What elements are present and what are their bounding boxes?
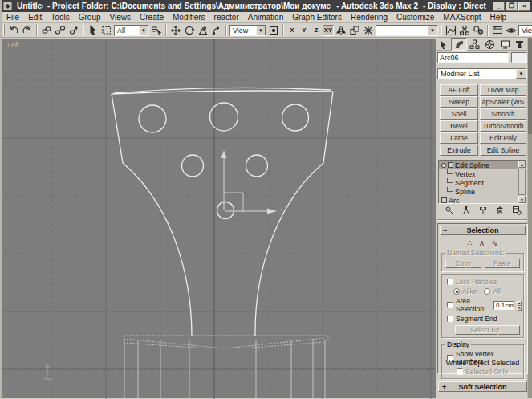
- named-selection-sets-dropdown[interactable]: ▼: [376, 25, 438, 36]
- alike-radio[interactable]: [453, 288, 460, 295]
- rectangular-selection-region-icon[interactable]: [100, 24, 113, 36]
- select-and-link-icon[interactable]: [40, 24, 53, 36]
- use-center-icon[interactable]: [267, 24, 280, 36]
- menu-item-maxscript[interactable]: MAXScript: [443, 13, 481, 22]
- spline-subobject-icon[interactable]: ∿: [491, 238, 497, 247]
- select-and-manipulate-icon[interactable]: [210, 24, 223, 36]
- viewport-left[interactable]: Left: [2, 38, 436, 398]
- collapse-icon[interactable]: −: [443, 226, 447, 234]
- toolbar-grip[interactable]: [3, 25, 5, 36]
- render-quick-icon[interactable]: [505, 24, 518, 36]
- tab-utilities-icon[interactable]: [512, 38, 527, 51]
- select-and-rotate-icon[interactable]: [183, 24, 196, 36]
- stack-scrollbar-thumb[interactable]: [518, 169, 526, 195]
- tab-motion-icon[interactable]: [482, 38, 497, 51]
- modifier-button-lathe[interactable]: Lathe: [440, 132, 478, 144]
- reference-coordinate-system-dropdown[interactable]: View ▼: [229, 25, 266, 36]
- close-button[interactable]: ×: [518, 2, 530, 11]
- tab-create-icon[interactable]: [436, 38, 451, 51]
- area-selection-value[interactable]: 0.1cm: [493, 301, 514, 310]
- render-scene-icon[interactable]: [491, 24, 504, 36]
- select-by-name-icon[interactable]: [150, 24, 163, 36]
- viewport-label[interactable]: Left: [7, 41, 19, 49]
- axis-constraint-y[interactable]: Y: [298, 25, 310, 36]
- modifier-button-smooth[interactable]: Smooth: [480, 108, 526, 120]
- object-color-swatch[interactable]: [511, 52, 527, 63]
- curve-editor-icon[interactable]: [445, 24, 457, 36]
- expand-icon[interactable]: +: [442, 383, 446, 391]
- modifier-button-edit-spline[interactable]: Edit Spline: [480, 145, 526, 156]
- stack-scrollbar[interactable]: ▲ ▼: [518, 161, 526, 203]
- menu-item-graph-editors[interactable]: Graph Editors: [292, 13, 342, 22]
- schematic-view-icon[interactable]: [458, 24, 471, 36]
- axis-constraint-z[interactable]: Z: [311, 25, 322, 36]
- menu-item-file[interactable]: File: [6, 13, 19, 22]
- material-editor-icon[interactable]: [472, 24, 485, 36]
- modifier-button-extrude[interactable]: Extrude: [440, 145, 478, 156]
- scroll-up-icon[interactable]: ▲: [518, 161, 526, 168]
- menu-item-help[interactable]: Help: [490, 13, 507, 22]
- menu-item-animation[interactable]: Animation: [248, 13, 283, 22]
- axis-constraint-xy[interactable]: XY: [323, 25, 334, 36]
- modifier-button-bevel[interactable]: Bevel: [440, 120, 478, 132]
- vertex-subobject-icon[interactable]: ∴: [467, 238, 472, 247]
- remove-modifier-icon[interactable]: [495, 206, 505, 217]
- menu-item-group[interactable]: Group: [79, 13, 101, 22]
- configure-modifier-sets-icon[interactable]: [512, 206, 522, 217]
- scroll-down-icon[interactable]: ▼: [518, 196, 526, 203]
- axis-constraint-x[interactable]: X: [286, 25, 298, 36]
- modifier-button-af-loft[interactable]: AF Loft: [440, 84, 478, 96]
- mirror-icon[interactable]: [335, 24, 347, 36]
- menu-item-tools[interactable]: Tools: [51, 13, 69, 22]
- selected-only-checkbox[interactable]: [457, 368, 463, 375]
- object-name-field[interactable]: Arc06: [437, 52, 509, 63]
- unlink-selection-icon[interactable]: [54, 24, 67, 36]
- minimize-button[interactable]: _: [493, 2, 505, 11]
- area-selection-checkbox[interactable]: [447, 302, 453, 308]
- copy-button[interactable]: Copy: [445, 259, 481, 268]
- make-unique-icon[interactable]: [478, 206, 488, 217]
- stack-item-edit-spline[interactable]: Edit Spline: [439, 161, 518, 169]
- pin-stack-icon[interactable]: [445, 206, 454, 217]
- area-selection-spinner[interactable]: ▲▼: [517, 301, 522, 310]
- chevron-down-icon[interactable]: ▼: [516, 69, 526, 79]
- select-by-button[interactable]: Select By...: [455, 325, 520, 335]
- bind-to-spacewarp-icon[interactable]: [67, 24, 80, 36]
- soft-selection-rollout-header[interactable]: + Soft Selection: [438, 381, 527, 392]
- menu-item-customize[interactable]: Customize: [396, 13, 434, 22]
- all-radio[interactable]: [484, 288, 490, 295]
- align-icon[interactable]: [348, 24, 361, 36]
- tab-display-icon[interactable]: [497, 38, 513, 51]
- app-icon[interactable]: ◆: [3, 2, 12, 10]
- stack-subobject-spline[interactable]: Spline: [439, 187, 518, 196]
- menu-item-edit[interactable]: Edit: [28, 13, 42, 22]
- chevron-down-icon[interactable]: ▼: [139, 26, 148, 35]
- stack-item-arc[interactable]: Arc: [439, 196, 518, 203]
- menu-item-views[interactable]: Views: [110, 13, 132, 22]
- visibility-bulb-icon[interactable]: [441, 163, 446, 168]
- modifier-button-sweep[interactable]: Sweep: [440, 96, 478, 108]
- redo-icon[interactable]: [21, 24, 34, 36]
- segment-end-checkbox[interactable]: [447, 316, 453, 322]
- spinner-down-icon[interactable]: ▼: [517, 306, 522, 311]
- menu-item-create[interactable]: Create: [140, 13, 164, 22]
- modifier-button-turbosmooth[interactable]: TurboSmooth: [480, 120, 526, 132]
- select-and-move-icon[interactable]: [169, 24, 182, 36]
- viewport-canvas[interactable]: [2, 39, 436, 399]
- modifier-button-apscaler-ws[interactable]: apScaler (WS: [480, 96, 526, 108]
- selection-filter-dropdown[interactable]: All ▼: [114, 25, 149, 36]
- modifier-button-uvw-map[interactable]: UVW Map: [480, 84, 526, 96]
- chevron-down-icon[interactable]: ▼: [428, 26, 437, 35]
- show-end-result-icon[interactable]: [461, 206, 471, 217]
- stack-subobject-segment[interactable]: Segment: [439, 178, 518, 187]
- stack-subobject-vertex[interactable]: Vertex: [439, 169, 518, 178]
- paste-button[interactable]: Paste: [485, 259, 521, 268]
- undo-icon[interactable]: [7, 24, 20, 36]
- layer-manager-icon[interactable]: [362, 24, 375, 36]
- menu-item-reactor[interactable]: reactor: [214, 13, 239, 22]
- tab-modify-icon[interactable]: [451, 38, 468, 51]
- selection-rollout-header[interactable]: − Selection: [440, 226, 526, 235]
- restore-button[interactable]: ❐: [506, 2, 518, 11]
- select-and-scale-icon[interactable]: [197, 24, 209, 36]
- menu-item-rendering[interactable]: Rendering: [351, 13, 388, 22]
